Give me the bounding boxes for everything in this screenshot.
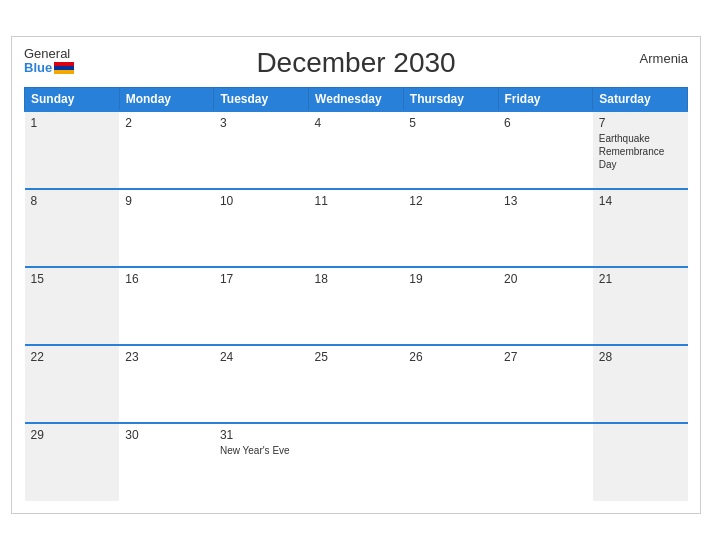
calendar-cell: 15	[25, 267, 120, 345]
weekday-header-thursday: Thursday	[403, 88, 498, 112]
day-number: 6	[504, 116, 587, 130]
calendar-cell	[403, 423, 498, 501]
calendar-cell: 10	[214, 189, 309, 267]
calendar-cell: 14	[593, 189, 688, 267]
day-number: 16	[125, 272, 208, 286]
day-number: 21	[599, 272, 682, 286]
calendar-cell: 6	[498, 111, 593, 189]
logo-blue-text: Blue	[24, 61, 52, 75]
calendar-cell: 8	[25, 189, 120, 267]
day-number: 5	[409, 116, 492, 130]
weekday-header-row: SundayMondayTuesdayWednesdayThursdayFrid…	[25, 88, 688, 112]
calendar-cell: 28	[593, 345, 688, 423]
day-number: 23	[125, 350, 208, 364]
calendar-cell: 29	[25, 423, 120, 501]
day-number: 19	[409, 272, 492, 286]
svg-rect-2	[54, 70, 74, 74]
calendar-cell: 27	[498, 345, 593, 423]
day-number: 28	[599, 350, 682, 364]
event-label: Earthquake Remembrance Day	[599, 132, 682, 171]
calendar-cell: 17	[214, 267, 309, 345]
svg-rect-1	[54, 66, 74, 70]
calendar-grid: SundayMondayTuesdayWednesdayThursdayFrid…	[24, 87, 688, 501]
calendar-cell	[593, 423, 688, 501]
week-row-3: 15161718192021	[25, 267, 688, 345]
calendar-cell: 23	[119, 345, 214, 423]
weekday-header-friday: Friday	[498, 88, 593, 112]
weekday-header-monday: Monday	[119, 88, 214, 112]
day-number: 30	[125, 428, 208, 442]
country-label: Armenia	[640, 51, 688, 66]
day-number: 13	[504, 194, 587, 208]
calendar-cell	[498, 423, 593, 501]
event-label: New Year's Eve	[220, 444, 303, 457]
calendar-cell: 11	[309, 189, 404, 267]
calendar-cell: 13	[498, 189, 593, 267]
calendar-cell: 16	[119, 267, 214, 345]
calendar-cell: 4	[309, 111, 404, 189]
calendar-cell: 2	[119, 111, 214, 189]
calendar-cell: 7Earthquake Remembrance Day	[593, 111, 688, 189]
weekday-header-sunday: Sunday	[25, 88, 120, 112]
day-number: 15	[31, 272, 114, 286]
week-row-4: 22232425262728	[25, 345, 688, 423]
calendar-cell: 19	[403, 267, 498, 345]
day-number: 18	[315, 272, 398, 286]
day-number: 17	[220, 272, 303, 286]
calendar-cell: 31New Year's Eve	[214, 423, 309, 501]
week-row-2: 891011121314	[25, 189, 688, 267]
weekday-header-tuesday: Tuesday	[214, 88, 309, 112]
day-number: 31	[220, 428, 303, 442]
calendar-cell: 1	[25, 111, 120, 189]
day-number: 24	[220, 350, 303, 364]
calendar-cell: 25	[309, 345, 404, 423]
calendar-cell: 9	[119, 189, 214, 267]
day-number: 11	[315, 194, 398, 208]
day-number: 4	[315, 116, 398, 130]
calendar-cell: 5	[403, 111, 498, 189]
weekday-header-wednesday: Wednesday	[309, 88, 404, 112]
logo-general-text: General	[24, 47, 74, 61]
day-number: 12	[409, 194, 492, 208]
day-number: 1	[31, 116, 114, 130]
calendar-cell: 24	[214, 345, 309, 423]
week-row-1: 1234567Earthquake Remembrance Day	[25, 111, 688, 189]
calendar-cell: 18	[309, 267, 404, 345]
day-number: 22	[31, 350, 114, 364]
day-number: 10	[220, 194, 303, 208]
calendar-cell: 12	[403, 189, 498, 267]
calendar-cell: 26	[403, 345, 498, 423]
day-number: 3	[220, 116, 303, 130]
day-number: 8	[31, 194, 114, 208]
logo: General Blue	[24, 47, 74, 76]
svg-rect-0	[54, 62, 74, 66]
calendar-cell	[309, 423, 404, 501]
calendar-cell: 20	[498, 267, 593, 345]
weekday-header-saturday: Saturday	[593, 88, 688, 112]
day-number: 29	[31, 428, 114, 442]
day-number: 20	[504, 272, 587, 286]
day-number: 27	[504, 350, 587, 364]
day-number: 25	[315, 350, 398, 364]
calendar-cell: 21	[593, 267, 688, 345]
calendar-header: General Blue December 2030 Armenia	[24, 47, 688, 79]
week-row-5: 293031New Year's Eve	[25, 423, 688, 501]
calendar-cell: 30	[119, 423, 214, 501]
calendar-title: December 2030	[256, 47, 455, 79]
logo-flag-icon	[54, 62, 74, 74]
calendar-cell: 22	[25, 345, 120, 423]
calendar-cell: 3	[214, 111, 309, 189]
day-number: 14	[599, 194, 682, 208]
day-number: 9	[125, 194, 208, 208]
calendar-container: General Blue December 2030 Armenia Sunda…	[11, 36, 701, 514]
day-number: 2	[125, 116, 208, 130]
day-number: 7	[599, 116, 682, 130]
day-number: 26	[409, 350, 492, 364]
